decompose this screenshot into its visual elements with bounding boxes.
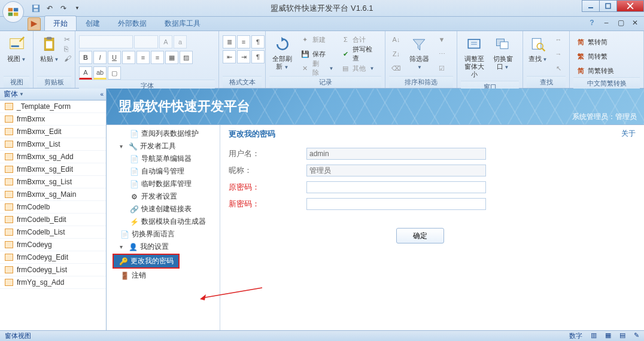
spellcheck[interactable]: ✔拼写检查 (338, 47, 381, 60)
list-item[interactable]: frmYg_sg_Add (0, 276, 106, 289)
tree-tempdb[interactable]: 📄临时数据库管理 (107, 178, 220, 190)
numbering-icon[interactable]: ≡ (237, 35, 250, 48)
more-record[interactable]: ▤其他▼ (338, 62, 381, 75)
filter-adv-icon[interactable]: ⋯ (435, 47, 449, 60)
old-password-field[interactable] (306, 181, 486, 193)
minimize-button[interactable] (582, 0, 600, 12)
filter-button[interactable]: 筛选器▼ (406, 33, 432, 72)
totals[interactable]: Σ合计 (338, 33, 381, 46)
find-button[interactable]: 查找▼ (527, 33, 549, 65)
view-icon-4[interactable]: ✎ (634, 331, 639, 340)
grow-font-icon[interactable]: A (159, 35, 172, 48)
switch-window-button[interactable]: 切换窗口▼ (490, 33, 516, 72)
inner-restore-icon[interactable]: ▢ (616, 19, 625, 27)
list-item[interactable]: frmCodeyg (0, 239, 106, 251)
clear-sort-icon[interactable]: ⌫ (389, 62, 403, 75)
shrink-font-icon[interactable]: a (174, 35, 187, 48)
replace-icon[interactable]: ↔ (551, 33, 566, 46)
fill-icon[interactable]: ▨ (180, 51, 193, 64)
tree-devtools[interactable]: ▾🔧开发者工具 (107, 140, 220, 153)
highlight-icon[interactable]: ab (93, 66, 107, 80)
indent-dec-icon[interactable]: ⇤ (223, 50, 236, 63)
qat-undo-icon[interactable]: ↶ (44, 2, 56, 14)
paste-button[interactable]: 粘贴▼ (37, 33, 62, 65)
cn-trad[interactable]: 繁简转繁 (573, 50, 616, 63)
tree-myset[interactable]: ▾👤我的设置 (107, 240, 220, 253)
bullets-icon[interactable]: ≣ (223, 35, 236, 48)
tree-nav-editor[interactable]: 📄导航菜单编辑器 (107, 153, 220, 165)
list-item[interactable]: frmCodeyg_Edit (0, 251, 106, 264)
cn-convert[interactable]: 简简繁转换 (573, 64, 616, 77)
tree-lookup[interactable]: 📄查阅列表数据维护 (107, 127, 220, 140)
nav-panel-header[interactable]: 窗体▼« (0, 89, 106, 101)
rtl-icon[interactable]: ¶ (251, 50, 265, 63)
underline-button[interactable]: U (108, 51, 121, 64)
tree-autonum[interactable]: 📄自动编号管理 (107, 165, 220, 178)
tree-autogen[interactable]: ⚡数据模块自动生成器 (107, 215, 220, 228)
align-right-icon[interactable]: ≡ (151, 51, 164, 64)
new-password-field[interactable] (306, 198, 486, 210)
list-item[interactable]: frmBxmx (0, 113, 106, 126)
qat-dropdown-icon[interactable]: ▼ (71, 2, 83, 14)
tree-change-pwd[interactable]: 🔑更改我的密码 (114, 255, 178, 267)
tree-logout[interactable]: 🚪注销 (107, 269, 220, 282)
save-record[interactable]: 💾保存 (298, 47, 336, 60)
list-item[interactable]: frmBxmx_List (0, 138, 106, 151)
italic-button[interactable]: I (93, 51, 107, 64)
grid-icon[interactable]: ▦ (165, 51, 178, 64)
list-item[interactable]: frmBxmx_Edit (0, 126, 106, 138)
list-item[interactable]: frmCodelb (0, 201, 106, 214)
tab-dbtools[interactable]: 数据库工具 (156, 16, 209, 31)
help-icon[interactable]: ? (588, 19, 596, 27)
view-button[interactable]: 视图▼ (4, 33, 29, 65)
inner-close-icon[interactable]: ✕ (631, 19, 639, 27)
collapse-icon[interactable]: « (100, 91, 104, 98)
list-item[interactable]: frmBxmx_sg_Add (0, 151, 106, 163)
list-item[interactable]: frmBxmx_sg_Edit (0, 163, 106, 176)
tree-quicklink[interactable]: 🔗快速创建链接表 (107, 203, 220, 215)
qat-redo-icon[interactable]: ↷ (57, 2, 69, 14)
copy-icon[interactable]: ⎘ (64, 45, 71, 53)
inner-min-icon[interactable]: – (602, 19, 610, 27)
view-icon-3[interactable]: ▤ (619, 331, 625, 340)
tab-start[interactable]: 开始 (44, 16, 77, 31)
border-icon[interactable]: ▢ (108, 66, 121, 80)
view-icon-2[interactable]: ▦ (605, 331, 611, 340)
office-button[interactable] (2, 1, 24, 23)
select-icon[interactable]: ↖ (551, 62, 566, 75)
maximize-button[interactable] (599, 0, 617, 12)
refresh-button[interactable]: 全部刷新▼ (269, 33, 296, 72)
close-button[interactable] (616, 0, 644, 12)
delete-record[interactable]: ✕删除▼ (298, 62, 336, 75)
align-left-icon[interactable]: ≡ (122, 51, 135, 64)
list-item[interactable]: frmBxmx_sg_List (0, 176, 106, 188)
fmt-icon[interactable]: 🖌 (64, 54, 71, 63)
app-tab-icon[interactable] (28, 17, 41, 31)
ltr-icon[interactable]: ¶ (251, 35, 265, 48)
tree-lang[interactable]: 📄切换界面语言 (107, 228, 220, 240)
goto-icon[interactable]: → (551, 47, 566, 60)
font-size[interactable] (134, 35, 158, 48)
list-item[interactable]: frmCodelb_Edit (0, 214, 106, 226)
bold-button[interactable]: B (79, 51, 92, 64)
view-icon-1[interactable]: ▥ (591, 331, 597, 340)
sort-desc-icon[interactable]: Z↓ (389, 47, 403, 60)
tree-devset[interactable]: ⚙开发者设置 (107, 190, 220, 203)
list-item[interactable]: frmBxmx_sg_Main (0, 188, 106, 201)
tab-create[interactable]: 创建 (77, 16, 109, 31)
font-color-icon[interactable]: A (79, 66, 92, 80)
cn-simp[interactable]: 简繁转简 (573, 35, 616, 48)
new-record[interactable]: ✦新建 (298, 33, 336, 46)
indent-inc-icon[interactable]: ⇥ (237, 50, 250, 63)
sort-asc-icon[interactable]: A↓ (389, 33, 403, 46)
tab-external[interactable]: 外部数据 (109, 16, 156, 31)
submit-button[interactable]: 确定 (396, 228, 444, 243)
font-name[interactable] (79, 35, 133, 48)
fit-window-button[interactable]: 调整至窗体大小 (461, 33, 487, 81)
filter-sel-icon[interactable]: ▼ (435, 33, 449, 46)
align-center-icon[interactable]: ≡ (136, 51, 150, 64)
filter-toggle-icon[interactable]: ☑ (435, 62, 449, 75)
cut-icon[interactable]: ✂ (64, 35, 71, 44)
about-link[interactable]: 关于 (621, 129, 636, 139)
list-item[interactable]: _Template_Form (0, 101, 106, 113)
